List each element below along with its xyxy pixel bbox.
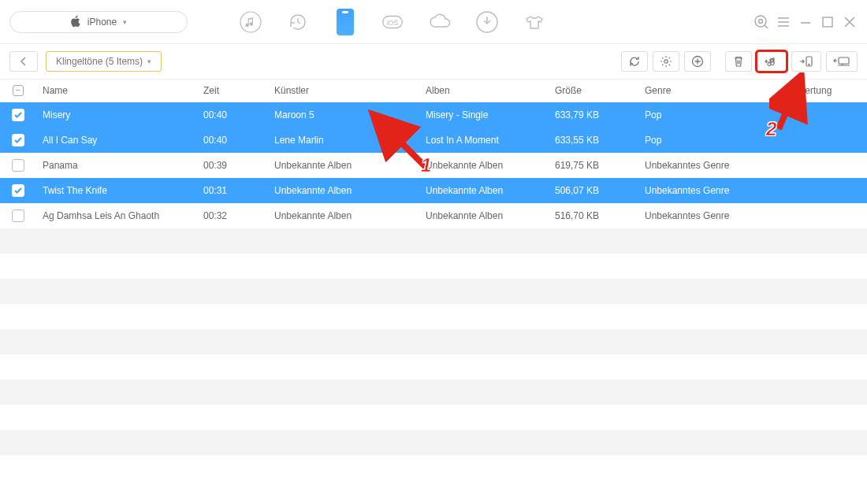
cell-time: 00:40	[203, 109, 274, 120]
cell-artist: Lene Marlin	[274, 135, 426, 146]
nav-device[interactable]	[333, 9, 358, 35]
svg-point-5	[759, 19, 763, 23]
top-toolbar: iPhone ▾ iOS	[0, 0, 867, 44]
row-checkbox[interactable]	[12, 109, 24, 121]
sub-toolbar: Klingeltöne (5 Items) ▾	[0, 44, 867, 79]
cell-album: Misery - Single	[426, 109, 555, 120]
svg-point-10	[809, 64, 809, 65]
cell-name: Panama	[36, 160, 203, 171]
col-album[interactable]: Alben	[426, 85, 555, 96]
col-genre[interactable]: Genre	[645, 85, 787, 96]
nav-ios[interactable]: iOS	[380, 9, 405, 35]
table-row[interactable]: All I Can Say00:40Lene MarlinLost In A M…	[0, 128, 867, 153]
delete-button[interactable]	[725, 51, 752, 72]
cell-time: 00:31	[203, 185, 274, 196]
settings-button[interactable]	[653, 51, 679, 72]
col-rating[interactable]: Bewertung	[787, 85, 867, 96]
cell-name: Twist The Knife	[36, 185, 203, 196]
cell-artist: Maroon 5	[274, 109, 426, 120]
table-row[interactable]: Panama00:39Unbekannte AlbenUnbekannte Al…	[0, 153, 867, 178]
cell-album: Unbekannte Alben	[426, 210, 555, 221]
table-header: − Name Zeit Künstler Alben Größe Genre B…	[0, 79, 867, 102]
breadcrumb[interactable]: Klingeltöne (5 Items) ▾	[46, 51, 162, 72]
table-row[interactable]: Ag Damhsa Leis An Ghaoth00:32Unbekannte …	[0, 203, 867, 228]
cell-genre: Unbekanntes Genre	[645, 210, 787, 221]
refresh-button[interactable]	[621, 51, 648, 72]
to-itunes-button[interactable]	[757, 51, 787, 72]
row-checkbox[interactable]	[12, 184, 24, 197]
window-controls	[754, 14, 858, 30]
chevron-down-icon: ▾	[147, 57, 151, 65]
top-nav: iOS	[238, 9, 547, 35]
svg-point-0	[240, 12, 261, 32]
cell-genre: Pop	[645, 109, 787, 120]
maximize-button[interactable]	[820, 14, 835, 30]
cell-album: Unbekannte Alben	[426, 160, 555, 171]
action-buttons	[621, 51, 858, 72]
cell-name: All I Can Say	[36, 135, 203, 146]
nav-cloud[interactable]	[427, 9, 452, 35]
col-artist[interactable]: Künstler	[274, 85, 426, 96]
table-row[interactable]: Twist The Knife00:31Unbekannte AlbenUnbe…	[0, 178, 867, 203]
apple-icon	[70, 15, 81, 29]
cell-artist: Unbekannte Alben	[274, 160, 426, 171]
add-button[interactable]	[684, 51, 711, 72]
svg-point-4	[755, 16, 766, 27]
cell-genre: Unbekanntes Genre	[645, 160, 787, 171]
row-checkbox[interactable]	[12, 209, 24, 222]
svg-text:iOS: iOS	[387, 18, 398, 26]
search-button[interactable]	[754, 14, 769, 30]
svg-rect-11	[839, 57, 849, 64]
cell-artist: Unbekannte Alben	[274, 185, 426, 196]
table-row[interactable]: Misery00:40Maroon 5Misery - Single633,79…	[0, 102, 867, 128]
back-button[interactable]	[9, 51, 38, 72]
menu-button[interactable]	[776, 14, 791, 30]
select-all-toggle[interactable]: −	[13, 85, 24, 96]
cell-album: Unbekannte Alben	[426, 185, 555, 196]
chevron-down-icon: ▾	[123, 18, 127, 26]
cell-time: 00:40	[203, 135, 274, 146]
phone-icon	[337, 9, 354, 35]
to-device-button[interactable]	[791, 51, 821, 72]
nav-skin[interactable]	[522, 9, 547, 35]
cell-size: 633,55 KB	[555, 135, 645, 146]
cell-size: 516,70 KB	[555, 210, 645, 221]
cell-album: Lost In A Moment	[426, 135, 555, 146]
cell-name: Misery	[36, 109, 203, 120]
nav-download[interactable]	[474, 9, 500, 35]
cell-size: 619,75 KB	[555, 160, 645, 171]
cell-size: 633,79 KB	[555, 109, 645, 120]
row-checkbox[interactable]	[12, 134, 24, 146]
svg-point-7	[664, 60, 668, 63]
col-time[interactable]: Zeit	[203, 85, 274, 96]
svg-rect-6	[823, 17, 832, 27]
cell-genre: Pop	[645, 135, 787, 146]
nav-history[interactable]	[285, 9, 311, 35]
cell-genre: Unbekanntes Genre	[645, 185, 787, 196]
cell-time: 00:39	[203, 160, 274, 171]
col-name[interactable]: Name	[36, 85, 203, 96]
col-size[interactable]: Größe	[555, 85, 645, 96]
device-selector[interactable]: iPhone ▾	[9, 11, 188, 33]
minimize-button[interactable]	[798, 14, 813, 30]
cell-name: Ag Damhsa Leis An Ghaoth	[36, 210, 203, 221]
nav-music[interactable]	[238, 9, 263, 35]
table-body: Misery00:40Maroon 5Misery - Single633,79…	[0, 102, 867, 455]
cell-time: 00:32	[203, 210, 274, 221]
cell-artist: Unbekannte Alben	[274, 210, 426, 221]
breadcrumb-label: Klingeltöne (5 Items)	[56, 56, 143, 67]
row-checkbox[interactable]	[12, 159, 24, 172]
device-label: iPhone	[87, 17, 117, 28]
close-button[interactable]	[842, 14, 858, 30]
to-computer-button[interactable]	[826, 51, 858, 72]
cell-size: 506,07 KB	[555, 185, 645, 196]
